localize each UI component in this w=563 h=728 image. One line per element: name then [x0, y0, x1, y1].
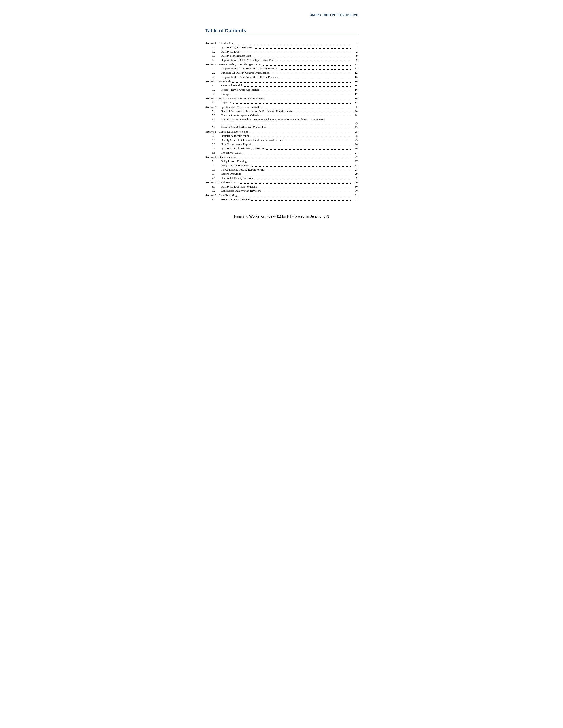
item-num: 1.1: [212, 46, 219, 49]
toc-row: 5.2Construction Acceptance Criteria24: [205, 114, 358, 117]
toc-page: 11: [352, 63, 358, 66]
toc-page: 1: [352, 41, 358, 45]
item-num: 6.1: [212, 134, 219, 138]
toc-page: 30: [352, 181, 358, 184]
section-title: Final Reporting: [219, 193, 237, 197]
item-num: 5.4: [212, 126, 219, 129]
toc-page: 30: [352, 185, 358, 188]
item-title: Non-Conformance Report: [221, 143, 251, 146]
section-label: Section 3:: [205, 80, 217, 83]
item-num: 7.1: [212, 159, 219, 163]
toc-page: 27: [352, 164, 358, 167]
toc-row: 9.1Work Completion Report:31: [205, 198, 358, 201]
item-title: Organization Of UNOPS Quality Control Pl…: [221, 58, 274, 62]
toc-page: 27: [352, 159, 358, 163]
toc-row: Section 1:Introduction1: [205, 41, 358, 45]
toc-dots: [234, 44, 352, 44]
toc-row: 7.3Inspection And Testing Report Forms28: [205, 168, 358, 171]
toc-row: 7.2Daily Construction Report27: [205, 164, 358, 167]
item-num: 2.2: [212, 71, 219, 75]
section-label: Section 9:: [205, 193, 217, 197]
item-num: 7.3: [212, 168, 219, 171]
section-title: Submittals: [219, 80, 231, 83]
toc-container: Section 1:Introduction11.1Quality Progra…: [205, 41, 358, 201]
section-title: Introduction: [219, 41, 233, 45]
item-num: 1.2: [212, 50, 219, 53]
toc-row: 8.2Contractors Quality Plan Revisions30: [205, 189, 358, 193]
toc-page: 25: [352, 138, 358, 142]
toc-dots: [244, 86, 352, 87]
toc-dots: [252, 166, 352, 167]
toc-row: Section 6:Construction Deficiencies25: [205, 130, 358, 133]
toc-row: 3.3Storage17: [205, 92, 358, 96]
item-title: Deficiency Identification: [221, 134, 249, 138]
toc-page: 18: [352, 97, 358, 100]
item-num: 2.1: [212, 67, 219, 70]
toc-dots: [262, 192, 352, 192]
toc-divider: [205, 35, 358, 35]
toc-row: 3.2Process, Review And Acceptance16: [205, 88, 358, 92]
toc-page: 25: [352, 121, 358, 125]
toc-row: Section 4:Performance Monitoring Require…: [205, 97, 358, 100]
item-title: Construction Acceptance Criteria: [221, 114, 259, 117]
toc-page: 16: [352, 84, 358, 87]
toc-page: 30: [352, 189, 358, 193]
toc-row: 5.4Material Identification And Traceabil…: [205, 126, 358, 129]
header-ref: UNOPS-JMOC-PTF-ITB-2010-020: [205, 13, 358, 17]
toc-page: 12: [352, 71, 358, 75]
toc-dots: [284, 141, 352, 141]
item-num: 6.2: [212, 138, 219, 142]
item-num: 7.5: [212, 176, 219, 180]
toc-dots: [252, 145, 352, 145]
toc-page: 11: [352, 67, 358, 70]
item-title: Record Drawings: [221, 172, 241, 176]
toc-page: 28: [352, 168, 358, 171]
item-title: Daily Record Keeping: [221, 159, 246, 163]
toc-row: 3.1Submittal Schedule16: [205, 84, 358, 87]
toc-page: 18: [352, 101, 358, 104]
toc-page: 16: [352, 88, 358, 92]
toc-dots: [293, 112, 352, 112]
toc-page: 26: [352, 147, 358, 150]
toc-row: 6.4Quality Control Deficiency Correction…: [205, 147, 358, 150]
toc-page: 2: [352, 50, 358, 53]
toc-page: 27: [352, 155, 358, 159]
toc-page: 1: [352, 46, 358, 49]
toc-row: 7.5Control Of Quality Records29: [205, 176, 358, 180]
toc-row: 2.2Structure Of Quality Control Organiza…: [205, 71, 358, 75]
item-num: 7.2: [212, 164, 219, 167]
toc-dots: [233, 103, 352, 104]
toc-row: Section 5:Inspection And Verification Ac…: [205, 105, 358, 109]
item-num: 6.3: [212, 143, 219, 146]
item-title: Responsibilities And Authorities Of Orga…: [221, 67, 278, 70]
item-title: Structure Of Quality Control Organizatio…: [221, 71, 269, 75]
toc-dots: [266, 149, 352, 150]
item-num: 5.1: [212, 109, 219, 113]
toc-row: Section 7:Documentation27: [205, 155, 358, 159]
item-num: 3.3: [212, 92, 219, 96]
item-num: 7.4: [212, 172, 219, 176]
toc-page: 9: [352, 54, 358, 58]
toc-dots: [232, 82, 352, 83]
toc-page: 20: [352, 105, 358, 109]
toc-page: 31: [352, 198, 358, 201]
item-num: 3.2: [212, 88, 219, 92]
item-title: Work Completion Report:: [221, 198, 250, 201]
toc-row: 2.1Responsibilities And Authorities Of O…: [205, 67, 358, 70]
toc-dots: [260, 91, 352, 91]
item-title: Quality Control: [221, 50, 239, 53]
toc-dots: [251, 200, 352, 201]
toc-row: 1.4Organization Of UNOPS Quality Control…: [205, 58, 358, 62]
section-label: Section 2:: [205, 63, 217, 66]
item-num: 5.2: [212, 114, 219, 117]
item-num: 1.3: [212, 54, 219, 58]
section-title: Construction Deficiencies: [219, 130, 248, 133]
item-title: Responsibilities And Authorities Of Key …: [221, 75, 279, 79]
item-title: Inspection And Testing Report Forms: [221, 168, 264, 171]
item-title: Quality Management Plan: [221, 54, 251, 58]
item-title: Submittal Schedule: [221, 84, 243, 87]
toc-page: 16: [352, 80, 358, 83]
toc-row: 6.1Deficiency Identification25: [205, 134, 358, 138]
toc-dots: [279, 69, 352, 70]
toc-dots: [252, 57, 352, 57]
